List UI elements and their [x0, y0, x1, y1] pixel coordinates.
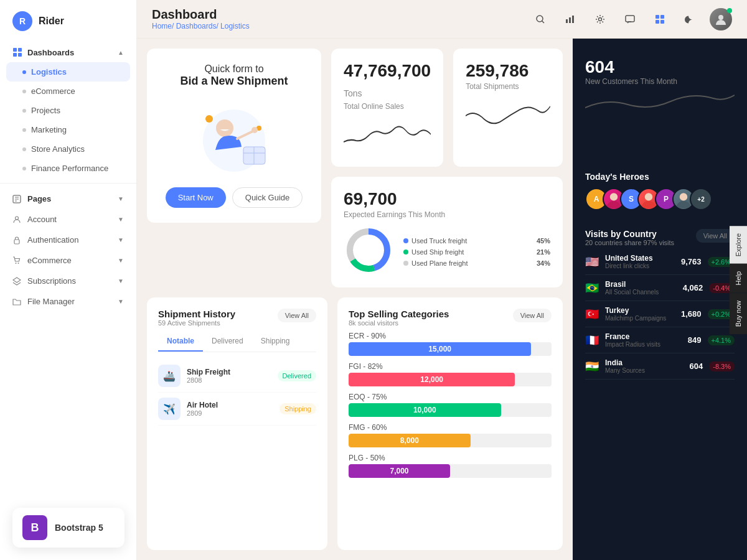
sidebar-item-pages[interactable]: Pages ▼ [0, 189, 136, 209]
sidebar-item-ecommerce[interactable]: eCommerce [0, 82, 136, 101]
country-title: Visits by Country [585, 229, 674, 239]
main-area: Dashboard Home/ Dashboards/ Logistics [137, 0, 747, 560]
quick-guide-button[interactable]: Quick Guide [232, 187, 303, 208]
svg-point-28 [251, 127, 258, 133]
svg-point-10 [16, 263, 17, 264]
grid-icon [12, 47, 22, 57]
promo-card-inner: Quick form to Bid a New Shipment [147, 49, 321, 223]
categories-subtitle: 8k social visitors [349, 319, 449, 327]
svg-point-38 [680, 193, 687, 200]
page-title: Dashboard [152, 7, 250, 22]
categories-view-all[interactable]: View All [513, 309, 552, 322]
svg-rect-2 [13, 53, 17, 57]
sidebar-item-store-analytics[interactable]: Store Analytics [0, 139, 136, 159]
side-tabs: Explore Help Buy now [730, 226, 747, 334]
help-tab[interactable]: Help [730, 264, 747, 293]
country-row-0: 🇺🇸 United States Direct link clicks 9,76… [585, 249, 735, 275]
buy-now-tab[interactable]: Buy now [730, 293, 747, 334]
shipment-subtitle: 59 Active Shipments [158, 319, 235, 327]
categories-card: Top Selling Categories 8k social visitor… [337, 297, 563, 550]
sidebar-item-finance[interactable]: Finance Performance [0, 159, 136, 178]
dot [22, 167, 26, 170]
chevron-down-icon: ▼ [118, 195, 124, 202]
sidebar-item-authentication[interactable]: Authentication ▼ [0, 230, 136, 250]
grid-view-icon[interactable] [650, 9, 670, 29]
country-view-all[interactable]: View All [696, 229, 735, 243]
earnings-row: 69,700 Expected Earnings This Month [331, 177, 563, 287]
search-icon[interactable] [530, 9, 550, 29]
shipments-number: 259,786 [466, 61, 550, 81]
sidebar-item-account[interactable]: Account ▼ [0, 209, 136, 230]
bottom-rows: Shipment History 59 Active Shipments Vie… [137, 287, 573, 560]
dark-mode-icon[interactable] [680, 9, 700, 29]
sidebar-item-file-manager[interactable]: File Manager ▼ [0, 291, 136, 312]
stats-row: 47,769,700 Tons Total Online Sales [331, 49, 563, 167]
sidebar: R Rider Dashboards ▲ Logistics eCommerce… [0, 0, 137, 560]
country-row-3: 🇫🇷 France Impact Radius visits 849 +4.1% [585, 327, 735, 353]
earnings-card: 69,700 Expected Earnings This Month [331, 177, 563, 287]
tab-notable[interactable]: Notable [158, 332, 203, 352]
app-logo[interactable]: R Rider [0, 0, 136, 42]
top-right-cards: 47,769,700 Tons Total Online Sales [331, 49, 563, 287]
svg-rect-0 [13, 48, 17, 52]
chart-icon[interactable] [560, 9, 580, 29]
sidebar-item-ecommerce-page[interactable]: eCommerce ▼ [0, 250, 136, 271]
svg-rect-14 [566, 19, 568, 23]
ship-info: Ship Freight 2808 [187, 368, 271, 384]
top-cards-row: Quick form to Bid a New Shipment [137, 39, 573, 287]
svg-point-25 [205, 115, 213, 123]
chevron-icon: ▼ [118, 216, 124, 223]
country-row-4: 🇮🇳 India Many Sources 604 -8.3% [585, 353, 735, 380]
svg-point-36 [610, 193, 618, 200]
svg-rect-1 [18, 48, 22, 52]
heroes-title: Today's Heroes [585, 172, 735, 182]
legend-item-truck: Used Truck freight 45% [403, 237, 550, 245]
chat-icon[interactable] [620, 9, 640, 29]
country-row-2: 🇹🇷 Turkey Mailchimp Campaigns 1,680 +0.2… [585, 301, 735, 327]
legend-item-plane: Used Plane freight 34% [403, 259, 550, 267]
tab-delivered[interactable]: Delivered [203, 332, 252, 352]
chevron-icon: ▼ [118, 278, 124, 284]
dot [22, 128, 26, 132]
sidebar-item-marketing[interactable]: Marketing [0, 120, 136, 139]
category-bar-3: FMG - 60% 8,000 [349, 423, 552, 447]
right-panel: 604 New Customers This Month Today's Her… [573, 39, 747, 560]
sidebar-item-projects[interactable]: Projects [0, 101, 136, 120]
svg-rect-15 [569, 17, 571, 23]
total-shipments-card: 259,786 Total Shipments [453, 49, 563, 167]
country-rows: 🇺🇸 United States Direct link clicks 9,76… [585, 249, 735, 380]
dot [22, 90, 26, 93]
shipments-chart [466, 97, 550, 134]
donut-container: Used Truck freight 45% Used Ship freight… [344, 225, 550, 275]
sidebar-divider [0, 183, 136, 184]
svg-rect-18 [626, 16, 634, 22]
ship-name: Ship Freight [187, 368, 271, 376]
shipment-view-all[interactable]: View All [278, 309, 316, 322]
start-now-button[interactable]: Start Now [166, 187, 226, 208]
svg-rect-19 [655, 15, 659, 19]
active-dot [22, 70, 26, 74]
ship-info-2: Air Hotel 2809 [187, 401, 273, 417]
dashboards-group[interactable]: Dashboards ▲ [0, 42, 136, 62]
promo-line2: Bid a New Shipment [180, 75, 288, 88]
sales-label: Total Online Sales [344, 102, 431, 111]
pages-icon [12, 195, 21, 203]
promo-line1: Quick form to [180, 63, 288, 75]
explore-tab[interactable]: Explore [730, 226, 747, 264]
tab-shipping[interactable]: Shipping [252, 332, 299, 352]
svg-point-23 [718, 15, 723, 20]
shipment-history-card: Shipment History 59 Active Shipments Vie… [147, 297, 327, 550]
shipment-title: Shipment History [158, 309, 235, 319]
bootstrap-card: B Bootstrap 5 [12, 508, 125, 548]
promo-illustration [184, 100, 284, 175]
svg-rect-22 [660, 20, 664, 24]
svg-rect-9 [14, 240, 19, 244]
sidebar-item-logistics[interactable]: Logistics [6, 62, 130, 82]
settings-icon[interactable] [590, 9, 610, 29]
svg-point-11 [18, 263, 19, 264]
sales-number: 47,769,700 Tons [344, 61, 431, 101]
ship-icon: 🚢 [158, 365, 181, 387]
sidebar-item-subscriptions[interactable]: Subscriptions ▼ [0, 271, 136, 291]
earnings-label: Expected Earnings This Month [344, 210, 550, 219]
svg-point-17 [599, 17, 602, 21]
